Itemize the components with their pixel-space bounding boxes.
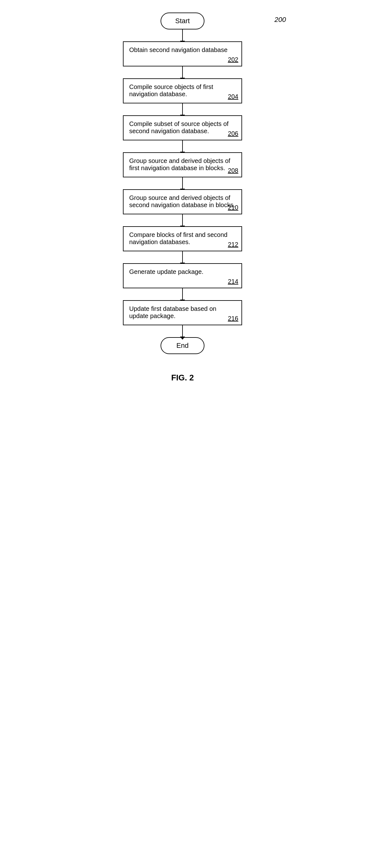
arrow-3: [182, 103, 183, 115]
start-oval: Start: [161, 12, 204, 29]
step-214-text: Generate update package.: [129, 268, 203, 275]
arrow-7: [182, 251, 183, 263]
step-210-num: 210: [228, 204, 238, 211]
step-204-num: 204: [228, 93, 238, 100]
step-206-text: Compile subset of source objects of seco…: [129, 120, 229, 134]
step-212-num: 212: [228, 241, 238, 248]
step-208-num: 208: [228, 167, 238, 174]
arrow-2: [182, 66, 183, 78]
arrow-8: [182, 288, 183, 300]
step-206-num: 206: [228, 130, 238, 137]
step-212-box: Compare blocks of first and second navig…: [123, 226, 242, 251]
step-202-num: 202: [228, 56, 238, 63]
step-216-box: Update first database based on update pa…: [123, 300, 242, 325]
step-206-box: Compile subset of source objects of seco…: [123, 115, 242, 141]
figure-label: FIG. 2: [171, 373, 194, 382]
arrow-5: [182, 177, 183, 189]
step-216-text: Update first database based on update pa…: [129, 305, 216, 319]
step-204-text: Compile source objects of first navigati…: [129, 83, 213, 97]
step-212-text: Compare blocks of first and second navig…: [129, 231, 228, 245]
arrow-9: [182, 325, 183, 337]
step-208-box: Group source and derived objects of firs…: [123, 152, 242, 177]
step-214-box: Generate update package. 214: [123, 263, 242, 288]
arrow-6: [182, 214, 183, 226]
step-210-text: Group source and derived objects of seco…: [129, 194, 235, 208]
step-202-box: Obtain second navigation database 202: [123, 41, 242, 66]
step-204-box: Compile source objects of first navigati…: [123, 78, 242, 103]
diagram-label: 200: [274, 16, 286, 24]
step-216-num: 216: [228, 315, 238, 322]
step-214-num: 214: [228, 278, 238, 285]
end-oval: End: [161, 337, 204, 354]
step-208-text: Group source and derived objects of firs…: [129, 157, 230, 172]
arrow-4: [182, 141, 183, 152]
step-202-text: Obtain second navigation database: [129, 46, 228, 53]
step-210-box: Group source and derived objects of seco…: [123, 189, 242, 214]
flowchart-diagram: 200 Start Obtain second navigation datab…: [73, 12, 292, 382]
arrow-1: [182, 29, 183, 41]
